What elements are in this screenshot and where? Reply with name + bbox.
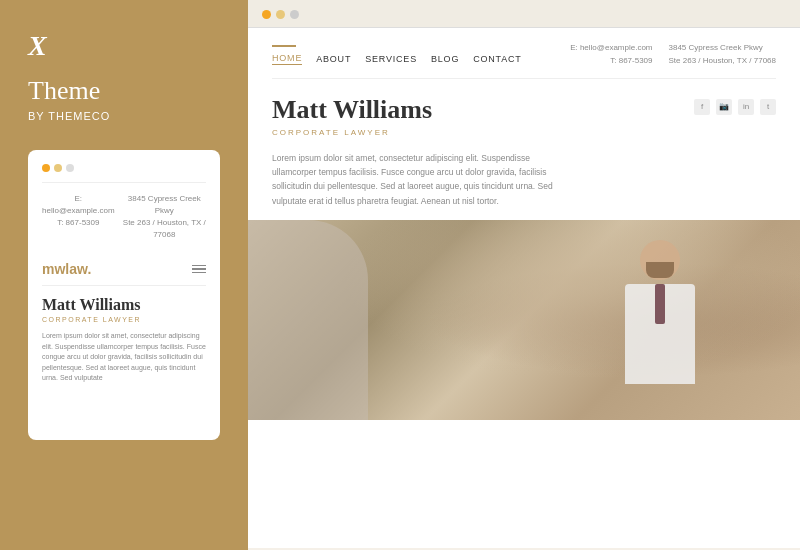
browser-chrome bbox=[248, 0, 800, 28]
mobile-preview-card: E: hello@example.com T: 867-5309 3845 Cy… bbox=[28, 150, 220, 440]
nav-home[interactable]: HOME bbox=[272, 53, 302, 65]
sidebar-subtitle: By THEMECO bbox=[28, 110, 220, 122]
logo-accent-line bbox=[272, 45, 296, 47]
mobile-contact-info: E: hello@example.com T: 867-5309 bbox=[42, 193, 115, 241]
mobile-body-text: Lorem ipsum dolor sit amet, consectetur … bbox=[42, 331, 206, 384]
hero-name: Matt Williams bbox=[272, 95, 562, 125]
person-head bbox=[640, 240, 680, 280]
hero-role: CORPORATE LAWYER bbox=[272, 128, 562, 137]
twitter-icon[interactable]: t bbox=[760, 99, 776, 115]
nav-about[interactable]: ABOUT bbox=[316, 54, 351, 64]
mobile-address-info: 3845 Cypress Creek Pkwy Ste 263 / Housto… bbox=[123, 193, 206, 241]
dot-2 bbox=[54, 164, 62, 172]
website-content: HOME ABOUT SERVICES BLOG CONTACT E: hell… bbox=[248, 28, 800, 548]
dot-3 bbox=[66, 164, 74, 172]
hero-text: Matt Williams CORPORATE LAWYER Lorem ips… bbox=[272, 95, 562, 209]
hero-social-icons: f 📷 in t bbox=[694, 95, 776, 209]
dot-1 bbox=[42, 164, 50, 172]
x-logo-icon: X bbox=[28, 30, 47, 62]
browser-dot-1 bbox=[262, 10, 271, 19]
mobile-divider bbox=[42, 182, 206, 183]
nav-contact[interactable]: CONTACT bbox=[473, 54, 521, 64]
hamburger-icon[interactable] bbox=[192, 265, 206, 274]
left-figure bbox=[248, 220, 368, 420]
mobile-logo-text: mwlaw. bbox=[42, 261, 91, 277]
linkedin-icon[interactable]: in bbox=[738, 99, 754, 115]
sidebar-title: Theme bbox=[28, 76, 220, 106]
website-logo-bar: HOME ABOUT SERVICES BLOG CONTACT bbox=[272, 45, 522, 65]
person-beard bbox=[646, 262, 674, 278]
nav-services[interactable]: SERVICES bbox=[365, 54, 417, 64]
sidebar-logo: X bbox=[28, 30, 220, 62]
main-area: HOME ABOUT SERVICES BLOG CONTACT E: hell… bbox=[248, 0, 800, 550]
mobile-person-name: Matt Williams bbox=[42, 296, 206, 314]
mobile-nav-bar: mwlaw. bbox=[42, 261, 206, 286]
website-contact-info: E: hello@example.com T: 867-5309 bbox=[570, 42, 652, 68]
hero-image bbox=[248, 220, 800, 420]
browser-window-dots bbox=[262, 10, 786, 27]
person-body bbox=[625, 284, 695, 384]
instagram-icon[interactable]: 📷 bbox=[716, 99, 732, 115]
browser-dot-2 bbox=[276, 10, 285, 19]
nav-blog[interactable]: BLOG bbox=[431, 54, 459, 64]
hero-section: Matt Williams CORPORATE LAWYER Lorem ips… bbox=[248, 79, 800, 221]
website-address: 3845 Cypress Creek Pkwy Ste 263 / Housto… bbox=[669, 42, 776, 68]
facebook-icon[interactable]: f bbox=[694, 99, 710, 115]
person-figure bbox=[600, 240, 720, 420]
browser-dot-3 bbox=[290, 10, 299, 19]
mobile-window-dots bbox=[42, 164, 206, 172]
mobile-person-role: CORPORATE LAWYER bbox=[42, 316, 206, 323]
website-nav: HOME ABOUT SERVICES BLOG CONTACT bbox=[272, 53, 522, 65]
hero-description: Lorem ipsum dolor sit amet, consectetur … bbox=[272, 151, 562, 209]
website-header: HOME ABOUT SERVICES BLOG CONTACT E: hell… bbox=[248, 28, 800, 78]
person-tie bbox=[655, 284, 665, 324]
sidebar: X Theme By THEMECO E: hello@example.com … bbox=[0, 0, 248, 550]
